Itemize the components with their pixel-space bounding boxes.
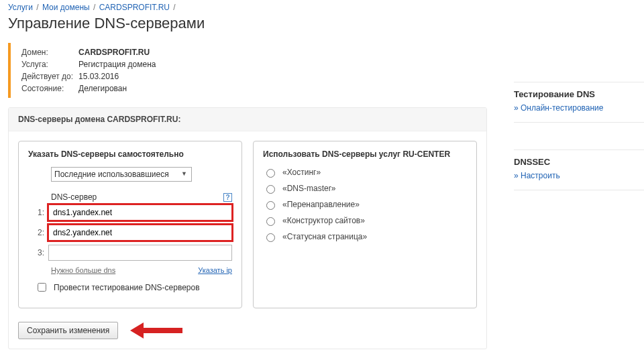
manual-dns-title: Указать DNS-серверы самостоятельно	[28, 149, 232, 159]
crumb-mydomains[interactable]: Мои домены	[42, 3, 90, 12]
opt-status[interactable]	[266, 233, 275, 242]
opt-dnsmaster[interactable]	[266, 185, 275, 194]
dns-row-num: 1:	[35, 208, 44, 217]
breadcrumb: Услуги / Мои домены / CARDSPROFIT.RU /	[8, 1, 504, 13]
side-dns-test: Тестирование DNS Онлайн-тестирование	[514, 82, 644, 123]
side-title-dns-test: Тестирование DNS	[514, 89, 644, 99]
test-dns-checkbox[interactable]	[38, 283, 46, 292]
dns-row-num: 3:	[35, 248, 44, 257]
crumb-domain[interactable]: CARDSPROFIT.RU	[99, 3, 170, 12]
crumb-services[interactable]: Услуги	[8, 3, 33, 12]
need-more-dns-link[interactable]: Нужно больше dns	[51, 266, 115, 274]
opt-builder[interactable]	[266, 217, 275, 226]
dns-input-1[interactable]	[48, 204, 232, 221]
recent-dns-select[interactable]: Последние использовавшиеся	[51, 167, 192, 182]
save-button[interactable]: Сохранить изменения	[18, 322, 118, 339]
side-title-dnssec: DNSSEC	[514, 157, 644, 167]
test-dns-label: Провести тестирование DNS-серверов	[54, 283, 200, 292]
side-dnssec: DNSSEC Настроить	[514, 149, 644, 190]
rucenter-title: Использовать DNS-серверы услуг RU-CENTER	[263, 149, 467, 159]
help-icon[interactable]: ?	[223, 193, 232, 202]
page-title: Управление DNS-серверами	[8, 15, 504, 32]
domain-info: Домен:CARDSPROFIT.RU Услуга:Регистрация …	[8, 43, 504, 98]
dnssec-configure-link[interactable]: Настроить	[514, 171, 560, 180]
dns-field-label: DNS-сервер	[51, 192, 97, 202]
dns-input-3[interactable]	[48, 245, 232, 261]
panel-title: DNS-серверы домена CARDSPROFIT.RU:	[9, 108, 486, 131]
rucenter-dns-card: Использовать DNS-серверы услуг RU-CENTER…	[253, 141, 477, 308]
opt-redirect[interactable]	[266, 201, 275, 210]
online-test-link[interactable]: Онлайн-тестирование	[514, 103, 603, 113]
specify-ip-link[interactable]: Указать ip	[198, 266, 232, 274]
arrow-annotation-icon	[130, 322, 191, 339]
dns-panel: DNS-серверы домена CARDSPROFIT.RU: Указа…	[8, 107, 487, 349]
manual-dns-card: Указать DNS-серверы самостоятельно После…	[18, 141, 242, 308]
dns-input-2[interactable]	[48, 225, 232, 241]
dns-row-num: 2:	[35, 228, 44, 237]
opt-hosting[interactable]	[266, 169, 275, 178]
